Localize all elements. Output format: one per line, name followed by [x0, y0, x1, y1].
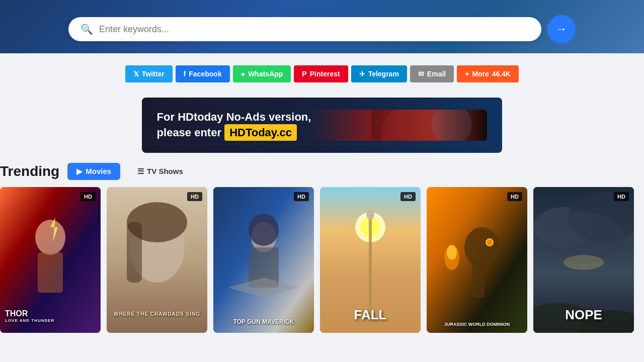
- thor-title: THOR LOVE AND THUNDER: [5, 309, 54, 323]
- crawdads-title: WHERE THE CRAWDADS SING: [107, 311, 207, 318]
- whatsapp-share-button[interactable]: ● WhatsApp: [233, 65, 291, 82]
- search-icon: 🔍: [80, 23, 93, 35]
- banner-text: For HDtoday No-Ads version, please enter…: [157, 110, 311, 141]
- movies-tab-label: Movies: [86, 167, 111, 175]
- hd-badge-fall: HD: [400, 192, 416, 201]
- jurassic-title-text: JURASSIC WORLD DOMINION: [427, 322, 527, 328]
- more-count: 46.4K: [492, 70, 511, 78]
- hd-badge-nope: HD: [614, 192, 629, 201]
- search-button[interactable]: →: [547, 15, 576, 43]
- whatsapp-icon: ●: [241, 70, 245, 78]
- facebook-icon: f: [184, 70, 186, 78]
- svg-rect-5: [38, 252, 63, 293]
- hd-badge-thor: HD: [80, 192, 96, 201]
- twitter-icon: 𝕏: [133, 70, 139, 78]
- fall-title: FALL: [320, 307, 421, 323]
- movie-card-crawdads[interactable]: HD WHERE THE CRAWDADS SING: [107, 187, 207, 333]
- topgun-title-text: TOP GUN MAVERICK: [213, 318, 314, 325]
- thor-subtitle: LOVE AND THUNDER: [5, 318, 54, 323]
- thor-title-main: THOR: [5, 309, 54, 318]
- svg-point-25: [487, 240, 492, 245]
- telegram-share-button[interactable]: ✈ Telegram: [351, 65, 407, 82]
- pinterest-share-button[interactable]: P Pinterest: [294, 65, 348, 82]
- more-label: More: [472, 70, 489, 78]
- hd-badge-topgun: HD: [294, 192, 309, 201]
- social-share-bar: 𝕏 Twitter f Facebook ● WhatsApp P Pinter…: [0, 60, 644, 87]
- poster-nope: HD NOPE: [533, 187, 634, 333]
- svg-point-22: [464, 227, 500, 267]
- svg-rect-2: [371, 110, 487, 141]
- poster-jurassic: HD JURASSIC WORLD DOMINION: [427, 187, 527, 333]
- svg-point-32: [564, 255, 604, 270]
- trending-title: Trending: [0, 163, 59, 179]
- movie-card-thor[interactable]: HD THOR LOVE AND THUNDER: [0, 187, 101, 333]
- telegram-icon: ✈: [359, 70, 365, 78]
- tvshows-tab-icon: ☰: [137, 167, 144, 176]
- fall-title-text: FALL: [354, 307, 387, 322]
- pinterest-label: Pinterest: [310, 70, 340, 78]
- svg-rect-19: [369, 217, 372, 318]
- arrow-icon: →: [556, 23, 567, 36]
- svg-point-4: [35, 220, 65, 255]
- movies-tab-icon: ▶: [76, 167, 83, 176]
- plus-icon: +: [465, 70, 469, 78]
- tvshows-tab-label: TV Shows: [147, 167, 183, 175]
- crawdads-title-text: WHERE THE CRAWDADS SING: [112, 311, 202, 318]
- movie-card-nope[interactable]: HD NOPE: [533, 187, 634, 333]
- poster-topgun: HD TOP GUN MAVERICK: [213, 187, 314, 333]
- banner-image: [311, 110, 487, 141]
- movie-card-fall[interactable]: HD FALL: [320, 187, 421, 333]
- trending-section: Trending ▶ Movies ☰ TV Shows: [0, 163, 644, 338]
- tvshows-tab[interactable]: ☰ TV Shows: [128, 163, 192, 180]
- jurassic-title: JURASSIC WORLD DOMINION: [427, 322, 527, 328]
- movie-card-topgun[interactable]: HD TOP GUN MAVERICK: [213, 187, 314, 333]
- twitter-share-button[interactable]: 𝕏 Twitter: [125, 65, 173, 82]
- more-share-button[interactable]: + More 46.4K: [457, 65, 519, 82]
- poster-crawdads: HD WHERE THE CRAWDADS SING: [107, 187, 207, 333]
- telegram-label: Telegram: [368, 70, 399, 78]
- whatsapp-label: WhatsApp: [248, 70, 283, 78]
- movie-grid: HD THOR LOVE AND THUNDER: [0, 187, 644, 333]
- email-label: Email: [427, 70, 446, 78]
- nope-title-text: NOPE: [565, 307, 602, 322]
- svg-point-14: [249, 214, 279, 246]
- nope-title: NOPE: [533, 307, 634, 323]
- banner-line2: please enter: [157, 126, 221, 139]
- search-input[interactable]: [99, 24, 529, 35]
- email-share-button[interactable]: ✉ Email: [410, 65, 454, 82]
- search-container: 🔍 →: [0, 15, 644, 43]
- facebook-share-button[interactable]: f Facebook: [176, 65, 230, 82]
- search-bar: 🔍: [68, 17, 541, 41]
- promo-banner: For HDtoday No-Ads version, please enter…: [142, 98, 503, 153]
- movies-tab[interactable]: ▶ Movies: [67, 163, 120, 180]
- svg-rect-23: [472, 262, 485, 298]
- email-icon: ✉: [418, 70, 424, 78]
- twitter-label: Twitter: [142, 70, 165, 78]
- facebook-label: Facebook: [189, 70, 221, 78]
- hd-badge-crawdads: HD: [187, 192, 202, 201]
- topgun-title: TOP GUN MAVERICK: [213, 318, 314, 325]
- svg-point-20: [366, 210, 374, 220]
- trending-header: Trending ▶ Movies ☰ TV Shows: [0, 163, 644, 187]
- movie-card-jurassic[interactable]: HD JURASSIC WORLD DOMINION: [427, 187, 527, 333]
- poster-thor: HD THOR LOVE AND THUNDER: [0, 187, 101, 333]
- poster-fall: HD FALL: [320, 187, 421, 333]
- svg-point-27: [447, 245, 457, 260]
- pinterest-icon: P: [302, 70, 306, 78]
- banner-line1: For HDtoday No-Ads version,: [157, 111, 311, 123]
- banner-highlight[interactable]: HDToday.cc: [224, 124, 297, 141]
- hd-badge-jurassic: HD: [507, 192, 522, 201]
- svg-rect-10: [127, 222, 142, 283]
